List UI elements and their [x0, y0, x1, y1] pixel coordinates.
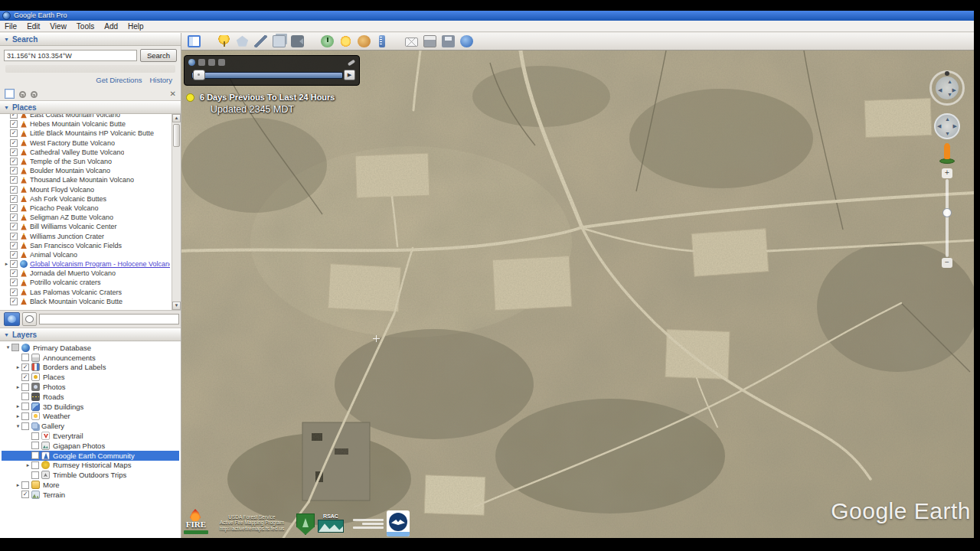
satellite-imagery[interactable] — [181, 51, 974, 538]
checkbox-checked-icon[interactable]: ✓ — [10, 139, 18, 147]
checkbox-checked-icon[interactable]: ✓ — [10, 233, 18, 240]
places-item[interactable]: ✓Las Palomas Volcanic Craters — [3, 288, 170, 297]
earth-view-button[interactable] — [4, 312, 20, 326]
zoom-time-out-icon[interactable] — [198, 59, 205, 66]
checkbox-icon[interactable] — [21, 412, 29, 420]
search-input[interactable] — [4, 50, 137, 61]
checkbox-icon[interactable] — [21, 354, 29, 361]
move-joystick[interactable]: ▲ ▼ ◀ ▶ — [934, 113, 960, 139]
menu-item-view[interactable]: View — [50, 22, 67, 31]
time-slider-end-button[interactable]: ▶ — [344, 70, 355, 80]
add-path-icon[interactable] — [254, 35, 267, 47]
layers-item-more[interactable]: ▸More — [2, 480, 179, 490]
layers-item-everytrail[interactable]: Everytrail — [2, 431, 179, 441]
email-icon[interactable] — [405, 37, 418, 47]
checkbox-checked-icon[interactable]: ✓ — [10, 176, 18, 184]
scroll-down-icon[interactable]: ▼ — [172, 302, 181, 310]
checkbox-icon[interactable] — [31, 442, 39, 449]
layers-item-primary-database[interactable]: ▾Primary Database — [2, 343, 179, 353]
places-filter-input[interactable] — [39, 314, 179, 324]
expander-icon[interactable]: ▸ — [15, 364, 21, 371]
zoom-slider-thumb[interactable] — [942, 208, 952, 217]
checkbox-icon[interactable] — [21, 403, 29, 410]
expander-icon[interactable]: ▸ — [15, 383, 21, 391]
zoom-out-button[interactable]: − — [942, 258, 952, 268]
layers-item-announcements[interactable]: Announcements — [2, 353, 179, 363]
checkbox-checked-icon[interactable]: ✓ — [10, 158, 18, 165]
move-left-icon[interactable]: ◀ — [937, 123, 941, 129]
checkbox-icon[interactable] — [31, 432, 39, 440]
places-scrollbar[interactable]: ▲ ▼ — [172, 114, 181, 310]
historical-imagery-icon[interactable] — [321, 35, 334, 47]
layers-item-borders-and-labels[interactable]: ▸✓Borders and Labels — [2, 363, 179, 373]
search-panel-header[interactable]: ▼ Search — [0, 33, 181, 46]
checkbox-checked-icon[interactable]: ✓ — [10, 120, 18, 128]
title-bar[interactable]: Google Earth Pro — [0, 11, 974, 21]
places-item-link[interactable]: ▸✓Global Volcanism Program - Holocene Vo… — [3, 259, 170, 269]
look-up-icon[interactable]: ▲ — [947, 79, 952, 84]
checkbox-checked-icon[interactable]: ✓ — [10, 251, 18, 259]
layers-item-places[interactable]: ✓Places — [2, 372, 179, 382]
layers-item-gigapan-photos[interactable]: Gigapan Photos — [2, 441, 179, 451]
places-item[interactable]: ✓West Factory Butte Volcano — [3, 139, 170, 148]
zoom-time-in-icon[interactable] — [208, 59, 215, 66]
places-item[interactable]: ✓Jornada del Muerto Volcano — [3, 269, 170, 278]
look-joystick-inner[interactable]: ▲ ▼ ◀ ▶ — [936, 77, 959, 99]
layers-item-rumsey-historical-maps[interactable]: ▸Rumsey Historical Maps — [2, 461, 179, 471]
layers-item-weather[interactable]: ▸Weather — [2, 412, 179, 422]
expander-icon[interactable]: ▸ — [15, 403, 21, 410]
layers-item-google-earth-community[interactable]: Google Earth Community — [2, 451, 179, 461]
places-item[interactable]: ✓Ash Fork Volcanic Buttes — [3, 194, 170, 204]
places-item[interactable]: ✓Cathedral Valley Butte Volcano — [3, 148, 170, 157]
map-viewport[interactable]: ▶ 6 Days Previous To Last 24 Hours Updat… — [181, 51, 974, 538]
menu-item-add[interactable]: Add — [104, 22, 118, 31]
time-options-icon[interactable] — [188, 59, 195, 66]
look-left-icon[interactable]: ◀ — [938, 87, 942, 93]
places-item[interactable]: ✓Hebes Mountain Volcanic Butte — [3, 119, 170, 129]
undo-search-icon[interactable] — [19, 91, 26, 98]
scroll-up-icon[interactable]: ▲ — [172, 114, 181, 122]
places-item[interactable]: ✓Bill Williams Volcanic Center — [3, 222, 170, 231]
time-slider-handle[interactable] — [193, 70, 205, 80]
checkbox-checked-icon[interactable]: ✓ — [10, 114, 18, 119]
add-polygon-icon[interactable] — [236, 35, 249, 47]
places-item[interactable]: ✓East Coast Mountain Volcano — [3, 114, 170, 119]
menu-item-file[interactable]: File — [5, 22, 17, 31]
checkbox-icon[interactable] — [31, 452, 39, 459]
move-up-icon[interactable]: ▲ — [945, 116, 950, 122]
menu-item-help[interactable]: Help — [128, 22, 144, 31]
checkbox-checked-icon[interactable]: ✓ — [10, 289, 18, 296]
places-item[interactable]: ✓Picacho Peak Volcano — [3, 204, 170, 213]
checkbox-icon[interactable] — [11, 344, 19, 351]
look-right-icon[interactable]: ▶ — [952, 87, 956, 93]
planet-icon[interactable] — [358, 35, 371, 47]
checkbox-checked-icon[interactable]: ✓ — [10, 186, 18, 194]
places-item[interactable]: ✓Temple of the Sun Volcano — [3, 157, 170, 166]
places-item[interactable]: ✓Williams Junction Crater — [3, 231, 170, 240]
checkbox-checked-icon[interactable]: ✓ — [10, 260, 18, 268]
checkbox-checked-icon[interactable]: ✓ — [21, 364, 29, 371]
places-item[interactable]: ✓Little Black Mountains HP Volcanic Butt… — [3, 129, 170, 138]
checkbox-checked-icon[interactable]: ✓ — [10, 214, 18, 221]
add-placemark-icon[interactable] — [217, 35, 230, 47]
move-down-icon[interactable]: ▼ — [945, 131, 950, 136]
zoom-slider[interactable]: + − — [942, 168, 952, 268]
places-item[interactable]: ✓Thousand Lake Mountain Volcano — [3, 175, 170, 184]
link-get-directions[interactable]: Get Directions — [96, 76, 142, 84]
places-item[interactable]: ✓San Francisco Volcanic Fields — [3, 241, 170, 250]
checkbox-icon[interactable] — [31, 461, 39, 469]
checkbox-checked-icon[interactable]: ✓ — [10, 223, 18, 230]
layers-item-gallery[interactable]: ▾Gallery — [2, 421, 179, 431]
places-panel-header[interactable]: ▼ Places — [0, 101, 181, 114]
places-item[interactable]: ✓Boulder Mountain Volcano — [3, 166, 170, 175]
clear-results-icon[interactable]: ✕ — [170, 90, 176, 98]
menu-item-tools[interactable]: Tools — [77, 22, 94, 31]
checkbox-icon[interactable] — [21, 393, 29, 400]
layers-item-terrain[interactable]: ✓Terrain — [2, 490, 179, 500]
expander-icon[interactable]: ▾ — [5, 344, 11, 351]
scrollbar-thumb[interactable] — [173, 124, 180, 147]
pegman-streetview-icon[interactable] — [939, 144, 955, 164]
checkbox-checked-icon[interactable]: ✓ — [21, 373, 29, 381]
add-image-overlay-icon[interactable] — [273, 35, 286, 47]
zoom-in-button[interactable]: + — [942, 168, 952, 178]
